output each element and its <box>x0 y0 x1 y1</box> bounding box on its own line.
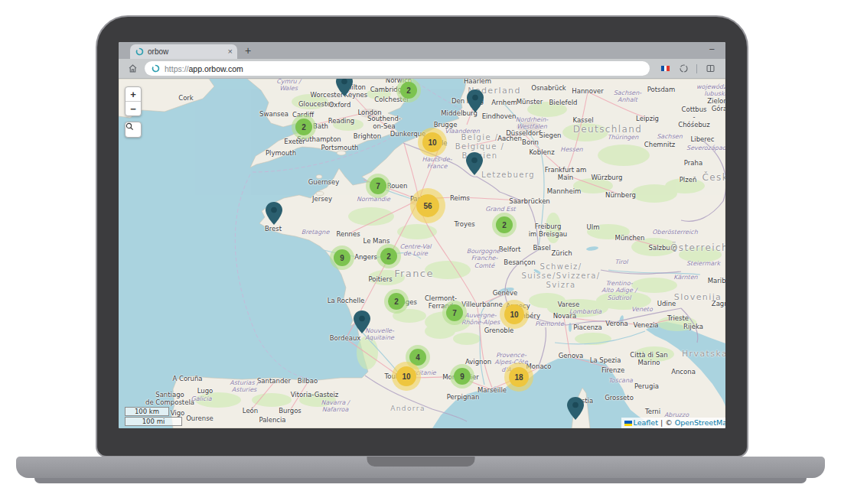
map-label-city: Brighton <box>354 132 381 140</box>
leaflet-link[interactable]: Leaflet <box>634 418 658 427</box>
map-label-city: Koblenz <box>529 148 554 156</box>
reading-list-icon[interactable] <box>704 63 716 75</box>
toolbar-divider <box>696 64 697 73</box>
map-label-city: Terni <box>645 408 660 415</box>
cluster-marker[interactable]: 2 <box>492 213 517 237</box>
zoom-in-button[interactable]: + <box>125 87 141 102</box>
cluster-marker[interactable]: 9 <box>450 364 474 389</box>
zoom-out-button[interactable]: − <box>125 102 141 115</box>
map-label-city: Rijeka <box>683 323 703 330</box>
cluster-marker[interactable]: 2 <box>376 244 401 268</box>
map-label-region: Nordrhein- Westfalen <box>516 116 548 131</box>
map-markers-layer: CorkSwanseaCardiffWorcesterGloucesterOxf… <box>119 79 725 428</box>
map-label-region: Asturias / Asturies <box>230 379 259 394</box>
cluster-marker[interactable]: 18 <box>504 363 533 392</box>
cluster-marker[interactable]: 2 <box>396 79 421 102</box>
map-label-city: Leipzig <box>636 115 659 122</box>
laptop-base-shadow <box>34 478 807 483</box>
map-label-region: Cymru / Wales <box>276 79 301 92</box>
scale-mi: 100 mi <box>125 417 182 426</box>
map-label-city: Avignon <box>465 358 491 366</box>
map-label-city: Palencia <box>259 416 285 424</box>
page: orbow × + − https://app.orbow.com <box>0 0 841 504</box>
map-label-city: Eindhoven <box>482 112 517 120</box>
map-label-city: Basel <box>533 244 550 252</box>
map-label-city: Verona <box>605 320 628 327</box>
map-label-city: La Spezia <box>590 356 621 364</box>
map-label-city: Trieste <box>667 314 689 322</box>
cluster-marker[interactable]: 56 <box>410 188 445 223</box>
pin-marker-corsica[interactable] <box>567 397 584 420</box>
cluster-marker[interactable]: 9 <box>330 245 354 270</box>
map-label-city: Osnabrück <box>531 84 566 92</box>
cluster-count: 2 <box>388 293 405 310</box>
extensions-icon[interactable] <box>677 63 689 75</box>
map-label-region: Auvergne- Rhône-Alpes <box>461 312 500 327</box>
map-label-region: Oberösterreich <box>652 229 697 236</box>
cluster-marker[interactable]: 10 <box>500 300 529 329</box>
map-label-city: Brest <box>265 225 282 232</box>
map-label-city: Santander <box>257 377 291 385</box>
map-label-city: München <box>615 234 645 242</box>
map-label-region: Hauts-de- France <box>422 156 451 171</box>
url-favicon-orbow-swirl-icon <box>152 64 160 73</box>
map-label-region: Sachsen- Anhalt <box>614 89 642 104</box>
map-label-city: Freiburg im Breisgau <box>529 223 568 238</box>
new-tab-button[interactable]: + <box>245 45 251 56</box>
cluster-marker[interactable]: 7 <box>442 301 467 325</box>
home-icon[interactable] <box>126 63 139 75</box>
map-label-region: Navarra / Nafarroa <box>321 399 349 414</box>
map-label-region: Bourgogne- Franche- Comté <box>467 248 503 269</box>
openstreetmap-link[interactable]: OpenStreetMap <box>675 418 725 427</box>
pin-marker-brest[interactable] <box>266 202 282 225</box>
map-label-city: Plymouth <box>266 149 296 157</box>
pin-marker-den-haag[interactable] <box>467 89 484 112</box>
pin-marker-milton-keynes[interactable] <box>336 79 353 96</box>
cluster-marker[interactable]: 10 <box>392 362 421 391</box>
map-label-region: województwo lubuskie <box>696 83 725 98</box>
pin-icon <box>266 202 282 225</box>
cluster-marker[interactable]: 2 <box>292 115 316 139</box>
map-label-city: Ulm <box>587 223 600 231</box>
french-flag-icon[interactable] <box>660 65 670 72</box>
map-label-city: León <box>243 407 258 415</box>
pin-marker-bordeaux[interactable] <box>354 311 370 333</box>
map-label-city: Liberec <box>691 135 715 143</box>
map-label-city: Grosseto <box>605 394 634 402</box>
cluster-marker[interactable]: 7 <box>366 174 390 198</box>
map-label-city: Kassel <box>572 116 593 124</box>
cluster-marker[interactable]: 10 <box>418 128 447 157</box>
map-canvas[interactable]: CorkSwanseaCardiffWorcesterGloucesterOxf… <box>119 79 725 428</box>
map-label-city: Lugo <box>197 387 214 395</box>
map-label-city: Bielefeld <box>549 99 578 106</box>
map-label-city: Varese <box>558 301 580 308</box>
cluster-count: 9 <box>454 368 471 385</box>
map-label-city: Bonn <box>522 138 539 146</box>
ukraine-flag-icon <box>624 421 632 426</box>
url-input[interactable]: https://app.orbow.com <box>145 61 650 76</box>
map-label-region: Centre-Val de Loire <box>399 243 431 258</box>
map-label-city: Perpignan <box>447 393 480 401</box>
map-search-button[interactable] <box>125 122 142 138</box>
cluster-count: 2 <box>380 248 397 265</box>
pin-icon <box>466 152 483 175</box>
tab-close-icon[interactable]: × <box>228 47 233 56</box>
window-minimize-icon[interactable]: − <box>709 44 715 54</box>
cluster-count: 2 <box>400 82 417 99</box>
cluster-count: 18 <box>509 367 529 387</box>
map-label-country: France <box>394 268 434 279</box>
address-bar-actions <box>660 63 716 75</box>
map-label-city: Perugia <box>634 382 659 390</box>
map-label-city: London <box>357 109 381 116</box>
browser-tab-bar: orbow × + − <box>119 42 725 59</box>
map-label-region: Galicia <box>191 395 211 402</box>
cluster-marker[interactable]: 2 <box>384 289 409 314</box>
browser-tab-orbow[interactable]: orbow × <box>130 44 237 59</box>
map-label-city: Guernsey <box>308 178 340 186</box>
map-label-region: Steiermark <box>686 260 720 267</box>
cluster-count: 10 <box>396 366 416 386</box>
tab-title: orbow <box>148 47 228 56</box>
pin-marker-belgium[interactable] <box>466 152 483 175</box>
map-label-city: Frankfurt am Main <box>545 166 587 181</box>
map-label-city: Maribor <box>708 277 725 285</box>
